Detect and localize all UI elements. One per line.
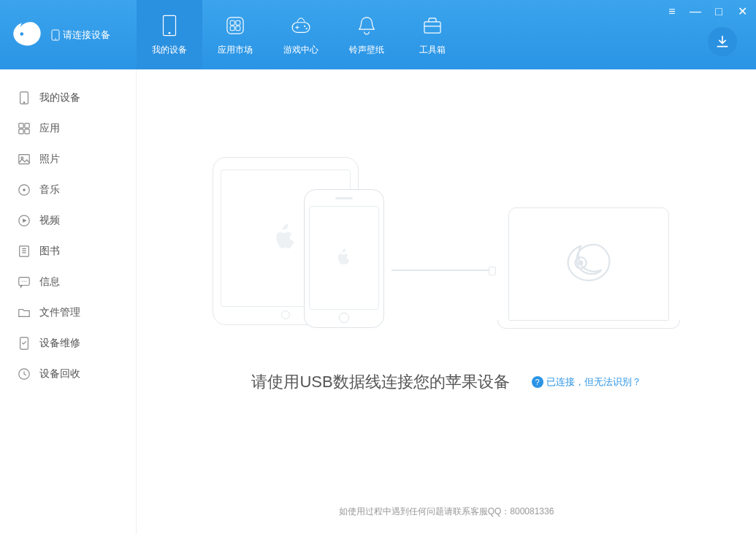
svg-point-22 xyxy=(21,157,23,159)
download-button[interactable] xyxy=(708,27,737,56)
sidebar-item-music[interactable]: 音乐 xyxy=(0,175,136,205)
svg-rect-7 xyxy=(230,20,234,25)
apps-icon xyxy=(18,122,31,135)
window-controls: ≡ ― □ ✕ xyxy=(665,4,749,18)
bell-icon xyxy=(354,13,379,38)
connect-hint: 请连接设备 xyxy=(51,28,110,42)
logo-zone: 请连接设备 xyxy=(0,0,137,69)
svg-point-24 xyxy=(23,188,26,191)
iphone-graphic xyxy=(304,189,384,328)
sidebar: 我的设备 应用 照片 音乐 视频 图书 信息 文件管理 设备维修 设备回收 xyxy=(0,69,137,534)
svg-rect-9 xyxy=(230,26,234,31)
svg-rect-8 xyxy=(236,20,240,25)
nav: 我的设备 应用市场 游戏中心 铃声壁纸 工具箱 xyxy=(137,0,465,69)
svg-point-5 xyxy=(169,32,171,34)
chat-icon xyxy=(18,275,31,289)
svg-point-13 xyxy=(306,28,308,29)
connect-prompt: 请使用USB数据线连接您的苹果设备 ? 已连接，但无法识别？ xyxy=(251,371,641,393)
svg-rect-19 xyxy=(19,129,23,134)
cable-graphic xyxy=(392,270,490,271)
main-content: 请使用USB数据线连接您的苹果设备 ? 已连接，但无法识别？ 如使用过程中遇到任… xyxy=(137,69,756,534)
help-link[interactable]: ? 已连接，但无法识别？ xyxy=(532,375,641,389)
svg-point-30 xyxy=(26,281,26,281)
svg-rect-17 xyxy=(19,123,23,128)
apps-icon xyxy=(223,13,248,38)
nav-ringtone-wallpaper[interactable]: 铃声壁纸 xyxy=(334,0,400,69)
nav-toolbox[interactable]: 工具箱 xyxy=(400,0,465,69)
recycle-icon xyxy=(18,367,31,381)
svg-rect-11 xyxy=(292,23,310,33)
sidebar-item-device-repair[interactable]: 设备维修 xyxy=(0,328,136,359)
sidebar-item-device-recycle[interactable]: 设备回收 xyxy=(0,359,136,389)
svg-point-16 xyxy=(23,102,24,103)
sidebar-item-my-device[interactable]: 我的设备 xyxy=(0,83,136,113)
sidebar-item-file-manager[interactable]: 文件管理 xyxy=(0,297,136,328)
nav-game-center[interactable]: 游戏中心 xyxy=(268,0,334,69)
maximize-button[interactable]: □ xyxy=(712,5,725,18)
music-icon xyxy=(18,183,31,197)
itools-logo-icon xyxy=(10,18,44,52)
nav-my-device[interactable]: 我的设备 xyxy=(137,0,202,69)
sidebar-item-messages[interactable]: 信息 xyxy=(0,267,136,297)
sidebar-item-video[interactable]: 视频 xyxy=(0,205,136,236)
body: 我的设备 应用 照片 音乐 视频 图书 信息 文件管理 设备维修 设备回收 xyxy=(0,69,756,534)
svg-rect-20 xyxy=(25,129,29,134)
svg-point-1 xyxy=(20,32,24,36)
svg-rect-18 xyxy=(25,123,29,128)
svg-point-29 xyxy=(23,281,24,281)
close-button[interactable]: ✕ xyxy=(736,4,749,18)
folder-icon xyxy=(18,306,31,319)
svg-rect-6 xyxy=(227,18,243,34)
sidebar-item-photos[interactable]: 照片 xyxy=(0,144,136,175)
svg-point-12 xyxy=(304,26,305,27)
toolbox-icon xyxy=(420,13,445,38)
titlebar: 请连接设备 我的设备 应用市场 游戏中心 铃声壁纸 工具箱 xyxy=(0,0,756,69)
minimize-button[interactable]: ― xyxy=(689,5,702,18)
itools-logo-outline-icon xyxy=(563,239,614,290)
device-icon xyxy=(157,13,182,38)
repair-icon xyxy=(18,337,31,350)
video-icon xyxy=(18,214,31,227)
apple-devices-graphic xyxy=(213,157,384,325)
question-icon: ? xyxy=(532,376,543,388)
sidebar-item-apps[interactable]: 应用 xyxy=(0,113,136,144)
svg-point-3 xyxy=(55,38,56,39)
laptop-graphic xyxy=(497,207,680,329)
download-icon xyxy=(715,34,730,49)
prompt-text: 请使用USB数据线连接您的苹果设备 xyxy=(251,371,509,393)
svg-rect-21 xyxy=(19,155,29,164)
footer-hint: 如使用过程中遇到任何问题请联系客服QQ：800081336 xyxy=(339,506,554,518)
nav-app-market[interactable]: 应用市场 xyxy=(202,0,268,69)
photo-icon xyxy=(18,153,31,166)
book-icon xyxy=(18,245,31,258)
svg-rect-10 xyxy=(236,26,240,31)
app-window: 请连接设备 我的设备 应用市场 游戏中心 铃声壁纸 工具箱 xyxy=(0,0,756,534)
apple-logo-icon xyxy=(273,224,298,253)
game-icon xyxy=(289,13,313,38)
svg-rect-14 xyxy=(424,22,440,33)
svg-point-34 xyxy=(579,260,584,265)
device-icon xyxy=(18,91,31,104)
apple-logo-icon xyxy=(336,248,352,267)
connection-illustration xyxy=(213,153,680,329)
svg-rect-26 xyxy=(20,246,29,256)
menu-icon[interactable]: ≡ xyxy=(665,5,679,18)
sidebar-item-books[interactable]: 图书 xyxy=(0,236,136,267)
phone-small-icon xyxy=(51,29,60,41)
svg-point-28 xyxy=(22,281,23,281)
